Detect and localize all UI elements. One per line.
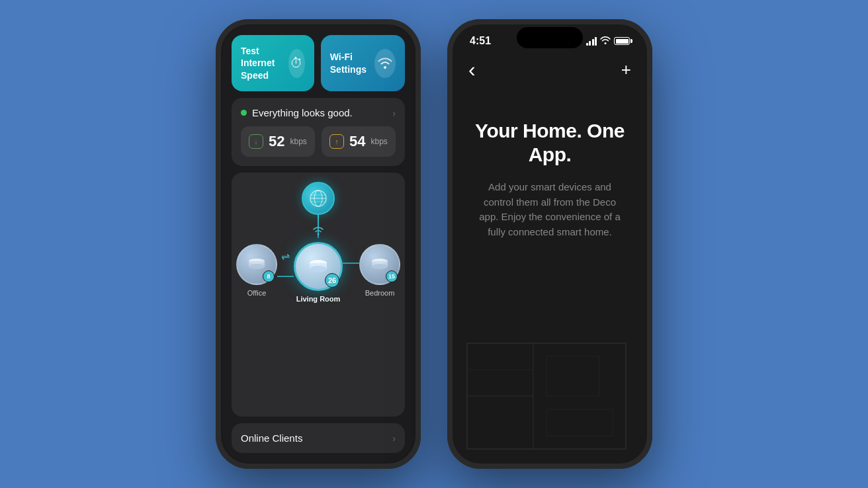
online-clients-chevron-icon: › bbox=[392, 433, 396, 444]
wifi-icon bbox=[374, 49, 396, 78]
globe-icon bbox=[302, 182, 335, 215]
test-speed-tile[interactable]: Test Internet Speed ⏱ bbox=[232, 35, 314, 91]
upload-unit: kbps bbox=[370, 137, 387, 146]
wifi-settings-label: Wi-Fi Settings bbox=[330, 51, 374, 75]
svg-point-11 bbox=[310, 266, 327, 272]
quick-tiles: Test Internet Speed ⏱ Wi-Fi Settings bbox=[232, 35, 405, 91]
office-label: Office bbox=[247, 289, 267, 297]
signal-bars-icon bbox=[586, 37, 597, 46]
test-speed-label: Test Internet Speed bbox=[241, 45, 288, 81]
home-subtitle: Add your smart devices and control them … bbox=[474, 180, 626, 239]
device-living-room[interactable]: 26 Living Room bbox=[294, 238, 343, 303]
online-clients-label: Online Clients bbox=[241, 432, 302, 444]
living-room-badge: 26 bbox=[325, 273, 339, 288]
svg-rect-20 bbox=[546, 356, 599, 396]
bedroom-badge: 15 bbox=[386, 270, 398, 282]
online-clients-row[interactable]: Online Clients › bbox=[232, 423, 405, 453]
office-badge: 8 bbox=[263, 270, 275, 282]
wifi-status-icon bbox=[600, 36, 611, 46]
swap-icon: ⇌ bbox=[281, 250, 290, 263]
status-card: Everything looks good. › ↓ 52 kbps ↑ 54 bbox=[232, 98, 405, 166]
add-button[interactable]: + bbox=[621, 60, 631, 80]
status-chevron-icon: › bbox=[392, 108, 396, 118]
upload-speed-box: ↑ 54 kbps bbox=[322, 126, 396, 157]
svg-point-15 bbox=[605, 42, 607, 44]
bedroom-label: Bedroom bbox=[365, 289, 395, 297]
phone1: Test Internet Speed ⏱ Wi-Fi Settings bbox=[216, 19, 421, 469]
floor-plan-area bbox=[454, 291, 646, 463]
battery-icon bbox=[614, 37, 630, 45]
upload-value: 54 bbox=[349, 133, 365, 150]
device-office[interactable]: 8 Office bbox=[236, 244, 277, 297]
wifi-active-icon bbox=[312, 226, 324, 237]
download-value: 52 bbox=[269, 133, 284, 150]
download-arrow-icon: ↓ bbox=[249, 134, 263, 149]
status-time: 4:51 bbox=[470, 35, 491, 47]
home-content: Your Home. One App. Add your smart devic… bbox=[454, 93, 646, 291]
network-map: 8 Office ⇌ bbox=[232, 173, 405, 417]
device-bedroom[interactable]: 15 Bedroom bbox=[359, 244, 400, 297]
status-text: Everything looks good. bbox=[252, 107, 353, 118]
speed-test-icon: ⏱ bbox=[288, 49, 305, 78]
back-button[interactable]: ‹ bbox=[468, 58, 476, 82]
download-unit: kbps bbox=[290, 137, 306, 146]
wifi-settings-tile[interactable]: Wi-Fi Settings bbox=[321, 35, 405, 91]
svg-point-7 bbox=[249, 264, 265, 269]
nav-bar: ‹ + bbox=[454, 52, 646, 93]
home-title: Your Home. One App. bbox=[474, 119, 626, 167]
phone2: 4:51 bbox=[447, 19, 652, 469]
app-container: Test Internet Speed ⏱ Wi-Fi Settings bbox=[216, 19, 652, 469]
svg-point-14 bbox=[372, 264, 388, 269]
status-dot bbox=[241, 110, 247, 116]
svg-point-8 bbox=[318, 233, 320, 235]
dynamic-island bbox=[517, 27, 583, 48]
svg-rect-21 bbox=[546, 409, 613, 436]
living-room-label: Living Room bbox=[296, 295, 341, 303]
download-speed-box: ↓ 52 kbps bbox=[241, 126, 315, 157]
upload-arrow-icon: ↑ bbox=[329, 134, 344, 149]
